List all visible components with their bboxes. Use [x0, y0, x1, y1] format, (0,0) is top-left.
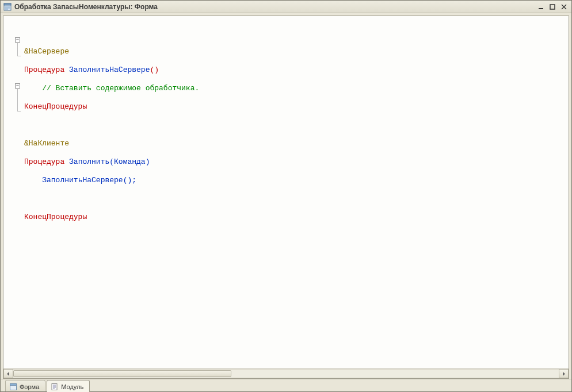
comment: // Вставить содержимое обработчика.	[42, 84, 199, 93]
tab-label: Форма	[20, 383, 39, 390]
scroll-right-button[interactable]	[559, 369, 569, 378]
code-line: &НаСервере	[24, 47, 569, 56]
fold-toggle[interactable]	[15, 37, 20, 43]
editor-container: &НаСервере Процедура ЗаполнитьНаСервере(…	[3, 16, 569, 379]
fold-line	[17, 89, 18, 111]
module-icon	[51, 383, 59, 391]
form-icon	[9, 383, 17, 391]
scroll-left-button[interactable]	[3, 369, 13, 378]
code-area[interactable]: &НаСервере Процедура ЗаполнитьНаСервере(…	[3, 16, 569, 240]
tab-form[interactable]: Форма	[5, 380, 45, 391]
svg-marker-9	[7, 372, 9, 376]
fold-gutter	[3, 16, 23, 368]
code-line	[24, 194, 569, 203]
maximize-button[interactable]	[547, 2, 558, 11]
code-line: КонецПроцедуры	[24, 213, 569, 222]
code-line: // Вставить содержимое обработчика.	[24, 84, 569, 93]
titlebar: Обработка ЗапасыНоменклатуры: Форма	[1, 1, 571, 13]
code-line	[24, 29, 569, 38]
bottom-tabs: Форма Модуль	[1, 379, 571, 391]
proc-name: Заполнить	[69, 157, 109, 166]
code-line: Процедура Заполнить(Команда)	[24, 157, 569, 167]
code-line	[24, 121, 569, 130]
tab-module[interactable]: Модуль	[47, 380, 90, 392]
fold-end	[17, 111, 21, 112]
params: ()	[150, 66, 159, 74]
code-line: ЗаполнитьНаСервере();	[24, 176, 569, 185]
svg-rect-1	[4, 3, 11, 5]
fold-toggle[interactable]	[15, 83, 20, 89]
directive: &НаКлиенте	[24, 139, 69, 148]
form-icon	[3, 2, 12, 11]
keyword: Процедура	[24, 157, 64, 166]
call: ЗаполнитьНаСервере();	[42, 176, 136, 185]
scroll-track[interactable]	[13, 369, 559, 378]
code-line: КонецПроцедуры	[24, 102, 569, 112]
svg-marker-10	[563, 372, 565, 376]
scroll-thumb[interactable]	[13, 370, 231, 377]
svg-rect-13	[52, 384, 57, 390]
code-line: Процедура ЗаполнитьНаСервере()	[24, 66, 569, 75]
tab-label: Модуль	[61, 383, 83, 390]
close-button[interactable]	[559, 2, 569, 11]
svg-rect-12	[10, 383, 17, 385]
fold-end	[17, 56, 21, 56]
window: Обработка ЗапасыНоменклатуры: Форма &НаС…	[0, 0, 572, 392]
minimize-button[interactable]	[536, 2, 546, 11]
directive: &НаСервере	[24, 47, 69, 56]
svg-rect-6	[550, 5, 555, 9]
horizontal-scrollbar[interactable]	[3, 368, 569, 378]
keyword: КонецПроцедуры	[24, 102, 87, 111]
keyword: КонецПроцедуры	[24, 213, 87, 221]
window-title: Обработка ЗапасыНоменклатуры: Форма	[14, 3, 535, 11]
keyword: Процедура	[24, 66, 64, 74]
code-editor[interactable]: &НаСервере Процедура ЗаполнитьНаСервере(…	[3, 16, 569, 368]
params: (Команда)	[109, 157, 150, 166]
proc-name: ЗаполнитьНаСервере	[69, 66, 150, 74]
code-line: &НаКлиенте	[24, 139, 569, 148]
fold-line	[17, 43, 18, 56]
